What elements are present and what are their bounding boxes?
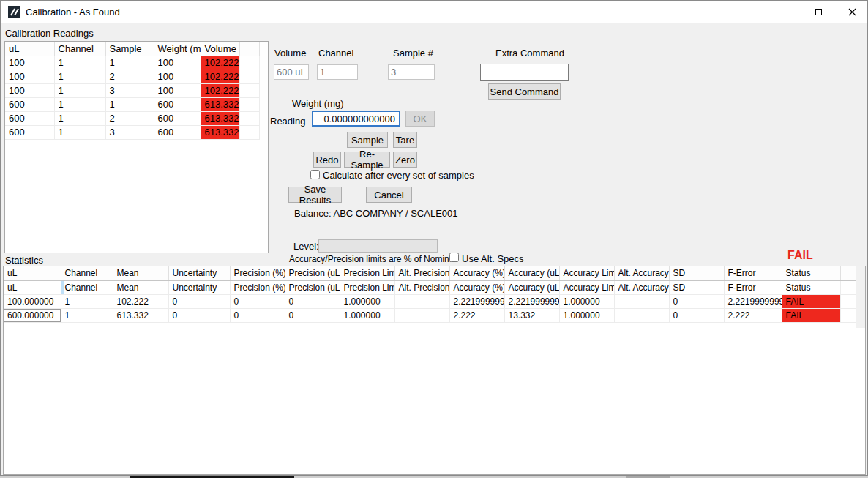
resample-button[interactable]: Re-Sample (344, 152, 390, 168)
cell[interactable] (614, 308, 669, 322)
stats-vertical-scrollbar[interactable] (856, 266, 865, 328)
cell[interactable]: Accuracy (uL) (504, 280, 559, 294)
stats-col-uncertainty[interactable]: Uncertainty (168, 266, 230, 280)
stats-col-precision-ul[interactable]: Precision (uL) (285, 266, 340, 280)
tare-button[interactable]: Tare (393, 132, 417, 148)
channel-field[interactable] (317, 64, 358, 80)
cell-error[interactable]: 102.222 (201, 70, 239, 83)
sample-number-field[interactable] (388, 64, 435, 80)
volume-field[interactable] (274, 64, 309, 80)
cell[interactable]: 100 (154, 83, 201, 97)
cell[interactable]: 100 (154, 56, 201, 70)
cell[interactable]: Accuracy Limit (559, 280, 614, 294)
readings-col-channel[interactable]: Channel (54, 42, 105, 56)
stats-col-accuracy-limit[interactable]: Accuracy Limit (559, 266, 614, 280)
cell[interactable] (614, 294, 669, 308)
cell[interactable]: 100.000000 (4, 294, 61, 308)
cell[interactable]: 1 (105, 97, 154, 111)
maximize-button[interactable] (801, 1, 835, 23)
cell[interactable]: Mean (113, 280, 168, 294)
cell[interactable]: 2.22199999999 (504, 294, 559, 308)
cell[interactable]: 600 (5, 125, 54, 139)
cell[interactable]: 1 (54, 111, 105, 125)
use-alt-specs-checkbox[interactable] (449, 253, 459, 262)
cell-error[interactable]: 613.332 (201, 97, 239, 111)
extra-command-input[interactable] (480, 64, 569, 81)
stats-col-ferror[interactable]: F-Error (724, 266, 782, 280)
stats-col-alt-precision[interactable]: Alt. Precision (394, 266, 449, 280)
cell[interactable]: 13.332 (504, 308, 559, 322)
cell[interactable]: uL (4, 280, 61, 294)
cell[interactable]: 2.22199999999 (449, 294, 504, 308)
cell[interactable]: 2.222 (724, 308, 782, 322)
cell[interactable]: 0 (669, 308, 724, 322)
cell-error[interactable]: 613.332 (201, 111, 239, 125)
cell[interactable]: 600.000000 (4, 308, 61, 322)
stats-col-channel[interactable]: Channel (61, 266, 113, 280)
cell[interactable]: Precision (%) (230, 280, 285, 294)
send-command-button[interactable]: Send Command (488, 83, 561, 100)
minimize-button[interactable] (768, 1, 801, 23)
cell[interactable]: SD (669, 280, 724, 294)
cell[interactable]: 1.000000 (559, 294, 614, 308)
cell[interactable]: 0 (230, 308, 285, 322)
cell[interactable]: 102.222 (113, 294, 168, 308)
cell[interactable]: Channel (61, 280, 113, 294)
readings-col-sample[interactable]: Sample (105, 42, 154, 56)
cell[interactable]: 0 (168, 308, 230, 322)
stats-col-accuracy-ul[interactable]: Accuracy (uL) (504, 266, 559, 280)
cell[interactable]: 100 (5, 83, 54, 97)
cell[interactable]: 2 (105, 70, 154, 83)
cell[interactable]: Status (782, 280, 840, 294)
cell[interactable]: Precision (uL) (285, 280, 340, 294)
cell[interactable]: F-Error (724, 280, 782, 294)
cell[interactable]: 2.222 (449, 308, 504, 322)
readings-col-ul[interactable]: uL (5, 42, 54, 56)
status-cell-fail[interactable]: FAIL (782, 308, 840, 322)
cell[interactable]: 100 (5, 56, 54, 70)
cell[interactable]: 0 (285, 308, 340, 322)
cell[interactable]: 2.22199999999 (724, 294, 782, 308)
stats-col-alt-accuracy[interactable]: Alt. Accuracy (614, 266, 669, 280)
stats-col-sd[interactable]: SD (669, 266, 724, 280)
cell[interactable]: Alt. Precision (394, 280, 449, 294)
cell[interactable]: 1.000000 (340, 308, 394, 322)
stats-col-precision-limit[interactable]: Precision Limit (340, 266, 394, 280)
cell[interactable]: 1 (54, 125, 105, 139)
cell[interactable]: 2 (105, 111, 154, 125)
cell[interactable]: 600 (5, 111, 54, 125)
save-results-button[interactable]: Save Results (288, 187, 342, 203)
cell[interactable]: 1.000000 (559, 308, 614, 322)
cell-error[interactable]: 102.222 (201, 83, 239, 97)
cell[interactable]: 100 (154, 70, 201, 83)
cell-error[interactable]: 102.222 (201, 56, 239, 70)
cell[interactable]: 1.000000 (340, 294, 394, 308)
status-cell-fail[interactable]: FAIL (782, 294, 840, 308)
cancel-button[interactable]: Cancel (366, 187, 412, 203)
cell[interactable]: 1 (61, 294, 113, 308)
stats-col-precision-pct[interactable]: Precision (%) (230, 266, 285, 280)
close-button[interactable] (835, 1, 868, 23)
calc-after-samples-checkbox[interactable] (310, 170, 320, 179)
cell[interactable]: 0 (669, 294, 724, 308)
cell[interactable]: 1 (105, 56, 154, 70)
readings-col-weight[interactable]: Weight (mg) (154, 42, 201, 56)
reading-input[interactable] (312, 111, 400, 127)
cell[interactable] (394, 308, 449, 322)
readings-col-volume[interactable]: Volume (201, 42, 239, 56)
sample-button[interactable]: Sample (347, 132, 388, 148)
cell[interactable]: Alt. Accuracy (614, 280, 669, 294)
ok-button[interactable]: OK (405, 111, 435, 127)
cell[interactable]: 100 (5, 70, 54, 83)
zero-button[interactable]: Zero (393, 152, 417, 168)
cell[interactable]: Precision Limit (340, 280, 394, 294)
cell[interactable]: 1 (54, 70, 105, 83)
cell[interactable]: 600 (154, 125, 201, 139)
cell[interactable] (394, 294, 449, 308)
stats-col-mean[interactable]: Mean (113, 266, 168, 280)
cell[interactable]: Uncertainty (168, 280, 230, 294)
cell[interactable]: Accuracy (%) (449, 280, 504, 294)
cell[interactable]: 0 (168, 294, 230, 308)
cell[interactable]: 1 (61, 308, 113, 322)
cell[interactable]: 600 (5, 97, 54, 111)
